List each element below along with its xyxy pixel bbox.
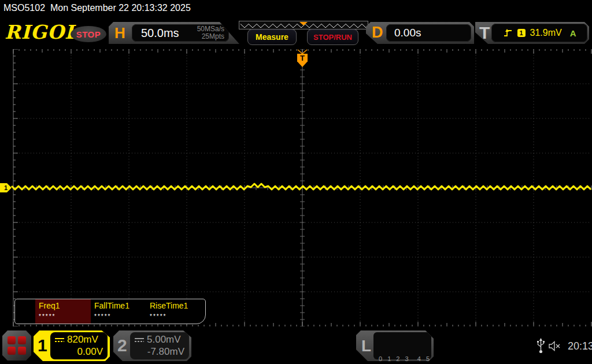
measurement-value: ***** [150,313,202,320]
delay-value: 0.00s [394,27,421,39]
rising-edge-icon [503,28,513,38]
trigger-panel[interactable]: T 1 31.9mV A [475,22,589,44]
digital-channels-row1: 0 1 2 3 4 5 6 7 [379,354,431,363]
timebase-box[interactable]: 50.0ms 50MSa/s 25Mpts [132,24,229,42]
graticule-area[interactable]: T 1 [0,49,592,326]
logic-analyzer-status-box[interactable]: L 0 1 2 3 4 5 6 7 8 9 10 11 12 13 14 15 [356,330,434,361]
measure-button[interactable]: Measure [247,29,297,45]
measurement-label: Freq1 [39,301,91,310]
measurement-freq1[interactable]: Freq1 ***** [35,299,91,324]
rigol-logo: RIGOL [5,21,79,43]
horizontal-label: H [114,24,125,42]
horizontal-panel[interactable]: H 50.0ms 50MSa/s 25Mpts [109,22,239,44]
app-menu-button[interactable] [2,330,31,361]
measurement-risetime1[interactable]: RiseTime1 ***** [146,299,202,324]
model-and-datetime: MSO5102 Mon September 22 20:13:32 2025 [3,3,191,13]
delay-value-box[interactable]: 0.00s [386,24,471,42]
trigger-info-box[interactable]: 1 31.9mV A [491,24,587,42]
measurement-falltime1[interactable]: FallTime1 ***** [91,299,146,324]
channel1-values: 820mV 0.00V [50,332,108,359]
speaker-muted-icon[interactable] [548,341,563,351]
sample-rate: 50MSa/s [197,25,224,33]
delay-label: D [372,24,383,42]
logic-analyzer-label: L [361,337,371,355]
app-grid-icon [8,336,26,355]
delay-panel[interactable]: D 0.00s [366,22,474,44]
trigger-label: T [479,23,490,43]
stop-run-button[interactable]: STOP/RUN [307,29,358,45]
measurement-label: RiseTime1 [150,301,202,310]
channel2-number: 2 [117,336,127,355]
channel1-status-box[interactable]: 1 820mV 0.00V [34,330,110,361]
dc-coupling-icon [135,337,144,343]
trigger-level-value: 31.9mV [530,28,562,38]
channel2-values: 5.00mV -7.80mV [130,332,189,359]
timebase-value: 50.0ms [141,27,179,40]
channel2-offset: -7.80mV [135,346,184,358]
digital-channel-list: 0 1 2 3 4 5 6 7 8 9 10 11 12 13 14 15 [373,332,431,359]
dc-coupling-icon [55,337,64,343]
acquisition-info: 50MSa/s 25Mpts [197,25,224,40]
waveform-overview-strip[interactable] [239,21,368,29]
trigger-source-badge: 1 [517,29,526,37]
measurement-value: ***** [39,313,91,320]
trigger-mode: A [570,28,576,38]
measurement-label: FallTime1 [94,301,146,310]
measurement-value: ***** [94,313,146,320]
grid-and-waveform [0,49,592,326]
channel1-scale: 820mV [67,334,98,346]
clock: 20:13 [568,340,592,352]
channel1-offset: 0.00V [55,346,103,358]
measurement-panel[interactable]: Freq1 ***** FallTime1 ***** RiseTime1 **… [14,299,206,324]
usb-icon [536,338,545,354]
channel1-number: 1 [38,336,47,355]
run-state-badge: STOP [71,26,106,42]
channel2-status-box[interactable]: 2 5.00mV -7.80mV [113,330,191,361]
channel2-scale: 5.00mV [147,334,181,346]
memory-depth: 25Mpts [202,32,224,40]
